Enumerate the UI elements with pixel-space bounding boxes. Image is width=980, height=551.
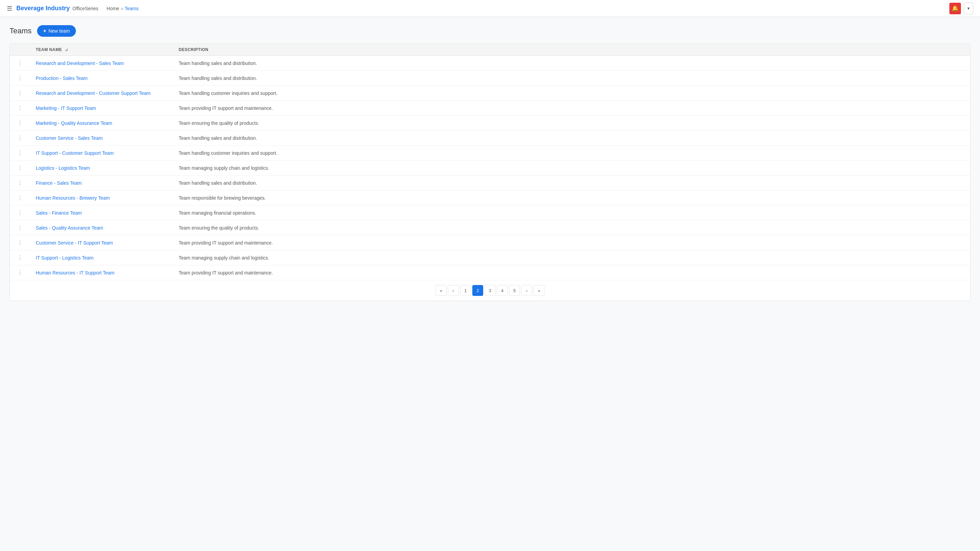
row-description-cell: Team managing financial operations.	[173, 205, 970, 221]
table-row: ⋮IT Support - Customer Support TeamTeam …	[10, 146, 970, 160]
row-menu-button[interactable]: ⋮	[15, 75, 25, 81]
row-description-cell: Team handling customer inquiries and sup…	[173, 146, 970, 160]
row-menu-button[interactable]: ⋮	[15, 135, 25, 141]
row-menu-cell: ⋮	[10, 101, 30, 116]
row-menu-button[interactable]: ⋮	[15, 120, 25, 126]
new-team-label: New team	[48, 28, 70, 34]
row-menu-button[interactable]: ⋮	[15, 254, 25, 261]
brand-name: Beverage Industry	[16, 5, 70, 12]
row-menu-button[interactable]: ⋮	[15, 105, 25, 111]
team-name-link[interactable]: Research and Development - Sales Team	[36, 60, 124, 66]
table-row: ⋮Production - Sales TeamTeam handling sa…	[10, 71, 970, 86]
col-header-menu	[10, 44, 30, 56]
row-description-cell: Team handling sales and distribution.	[173, 176, 970, 191]
table-row: ⋮Research and Development - Customer Sup…	[10, 86, 970, 101]
row-description-cell: Team handling sales and distribution.	[173, 71, 970, 86]
row-menu-button[interactable]: ⋮	[15, 240, 25, 246]
row-description-cell: Team responsible for brewing beverages.	[173, 191, 970, 205]
pagination-page-4[interactable]: 4	[497, 285, 508, 296]
header: ☰ Beverage Industry OfficeSeries Home » …	[0, 0, 980, 17]
new-team-button[interactable]: + New team	[37, 25, 76, 37]
row-menu-button[interactable]: ⋮	[15, 195, 25, 201]
pagination-page-5[interactable]: 5	[509, 285, 520, 296]
table-row: ⋮Finance - Sales TeamTeam handling sales…	[10, 176, 970, 191]
team-name-link[interactable]: IT Support - Logistics Team	[36, 255, 94, 260]
row-menu-cell: ⋮	[10, 191, 30, 205]
row-menu-cell: ⋮	[10, 116, 30, 130]
pagination-prev[interactable]: ‹	[448, 285, 459, 296]
row-menu-button[interactable]: ⋮	[15, 210, 25, 216]
team-name-link[interactable]: Marketing - Quality Assurance Team	[36, 121, 112, 126]
row-menu-cell: ⋮	[10, 56, 30, 71]
row-team-name-cell: Marketing - IT Support Team	[30, 101, 173, 116]
table-row: ⋮Human Resources - Brewery TeamTeam resp…	[10, 191, 970, 205]
plus-icon: +	[43, 28, 46, 34]
page-header: Teams + New team	[10, 25, 970, 37]
row-menu-cell: ⋮	[10, 235, 30, 250]
table-row: ⋮Logistics - Logistics TeamTeam managing…	[10, 160, 970, 176]
row-menu-button[interactable]: ⋮	[15, 224, 25, 231]
user-dropdown-button[interactable]: ▾	[964, 3, 973, 14]
row-team-name-cell: Sales - Finance Team	[30, 205, 173, 221]
team-name-link[interactable]: IT Support - Customer Support Team	[36, 150, 114, 156]
notification-button[interactable]: 🔔	[950, 3, 961, 14]
row-team-name-cell: Human Resources - Brewery Team	[30, 191, 173, 205]
breadcrumb: Home » Teams	[107, 6, 138, 11]
table-row: ⋮Customer Service - Sales TeamTeam handl…	[10, 130, 970, 146]
team-name-link[interactable]: Sales - Finance Team	[36, 210, 82, 216]
row-menu-cell: ⋮	[10, 130, 30, 146]
row-team-name-cell: Production - Sales Team	[30, 71, 173, 86]
table-row: ⋮Customer Service - IT Support TeamTeam …	[10, 235, 970, 250]
row-team-name-cell: IT Support - Logistics Team	[30, 250, 173, 265]
team-name-link[interactable]: Production - Sales Team	[36, 76, 88, 81]
table-row: ⋮Sales - Finance TeamTeam managing finan…	[10, 205, 970, 221]
header-actions: 🔔 ▾	[950, 3, 973, 14]
table-row: ⋮Sales - Quality Assurance TeamTeam ensu…	[10, 221, 970, 235]
breadcrumb-home[interactable]: Home	[107, 6, 119, 11]
row-team-name-cell: Sales - Quality Assurance Team	[30, 221, 173, 235]
table-row: ⋮Research and Development - Sales TeamTe…	[10, 56, 970, 71]
row-team-name-cell: Human Resources - IT Support Team	[30, 265, 173, 280]
row-menu-button[interactable]: ⋮	[15, 90, 25, 96]
row-menu-button[interactable]: ⋮	[15, 269, 25, 276]
filter-icon[interactable]: ⊿	[65, 47, 68, 52]
row-description-cell: Team handling sales and distribution.	[173, 56, 970, 71]
pagination-page-1[interactable]: 1	[460, 285, 471, 296]
breadcrumb-separator: »	[121, 6, 123, 11]
team-name-label: TEAM NAME	[36, 47, 62, 52]
pagination-last[interactable]: »	[533, 285, 544, 296]
team-name-link[interactable]: Research and Development - Customer Supp…	[36, 91, 150, 96]
row-menu-cell: ⋮	[10, 265, 30, 280]
main-content: Teams + New team TEAM NAME ⊿ DESCRIPTION	[0, 17, 980, 309]
team-name-link[interactable]: Sales - Quality Assurance Team	[36, 225, 103, 230]
team-name-link[interactable]: Logistics - Logistics Team	[36, 165, 90, 171]
row-menu-button[interactable]: ⋮	[15, 165, 25, 171]
pagination-next[interactable]: ›	[521, 285, 532, 296]
row-team-name-cell: Logistics - Logistics Team	[30, 160, 173, 176]
team-name-link[interactable]: Human Resources - Brewery Team	[36, 195, 110, 201]
table-row: ⋮Marketing - IT Support TeamTeam providi…	[10, 101, 970, 116]
pagination-first[interactable]: «	[436, 285, 447, 296]
app-name: OfficeSeries	[73, 6, 98, 11]
row-menu-cell: ⋮	[10, 221, 30, 235]
table-header-row: TEAM NAME ⊿ DESCRIPTION	[10, 44, 970, 56]
row-menu-cell: ⋮	[10, 160, 30, 176]
row-description-cell: Team managing supply chain and logistics…	[173, 160, 970, 176]
table-row: ⋮Human Resources - IT Support TeamTeam p…	[10, 265, 970, 280]
row-team-name-cell: Research and Development - Customer Supp…	[30, 86, 173, 101]
row-menu-button[interactable]: ⋮	[15, 179, 25, 186]
pagination-page-3[interactable]: 3	[485, 285, 495, 296]
row-menu-cell: ⋮	[10, 205, 30, 221]
row-menu-button[interactable]: ⋮	[15, 150, 25, 156]
row-description-cell: Team handling sales and distribution.	[173, 130, 970, 146]
team-name-link[interactable]: Finance - Sales Team	[36, 180, 82, 186]
row-menu-button[interactable]: ⋮	[15, 60, 25, 66]
team-name-link[interactable]: Human Resources - IT Support Team	[36, 270, 115, 275]
team-name-link[interactable]: Customer Service - IT Support Team	[36, 240, 113, 246]
team-name-link[interactable]: Customer Service - Sales Team	[36, 135, 103, 141]
hamburger-menu[interactable]: ☰	[7, 5, 12, 12]
row-team-name-cell: Research and Development - Sales Team	[30, 56, 173, 71]
pagination-page-2[interactable]: 2	[472, 285, 483, 296]
page-title: Teams	[10, 27, 32, 35]
team-name-link[interactable]: Marketing - IT Support Team	[36, 105, 96, 111]
